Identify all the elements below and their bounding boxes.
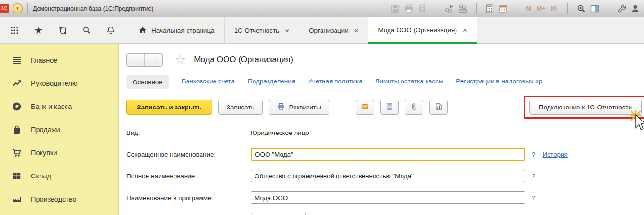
sidebar-item-manager[interactable]: Руководителю bbox=[0, 72, 118, 95]
save-icon[interactable] bbox=[390, 3, 401, 13]
main-menu-dropdown-button[interactable]: ▼ bbox=[13, 3, 23, 13]
favorite-star-icon[interactable]: ☆ bbox=[174, 54, 186, 67]
sidebar-item-label: Банк и касса bbox=[31, 103, 72, 110]
app-logo-1c: 1С bbox=[0, 4, 9, 13]
memory-m-button[interactable]: M bbox=[525, 5, 533, 12]
report-file-icon bbox=[435, 103, 443, 112]
save-and-close-button[interactable]: Записать и закрыть bbox=[126, 100, 212, 115]
mouse-cursor-click bbox=[628, 110, 644, 134]
reports-file-button[interactable] bbox=[429, 100, 448, 115]
app-name-label: Наименование в программе: bbox=[126, 194, 251, 202]
history-nav-buttons: ← → bbox=[126, 53, 163, 67]
form-nav-links: Основное Банковские счета Подразделения … bbox=[126, 75, 644, 89]
nav-link-cash-limits[interactable]: Лимиты остатка кассы bbox=[375, 78, 443, 86]
window-title: Демонстрационная база (1С:Предприятие) bbox=[33, 5, 154, 12]
tab-organizations[interactable]: Организации × bbox=[299, 17, 368, 43]
sidebar-item-label: Склад bbox=[31, 172, 51, 180]
connect-1c-reporting-button[interactable]: Подключение к 1С-Отчетности bbox=[529, 100, 642, 115]
svg-text:₽: ₽ bbox=[15, 104, 19, 109]
print-icon[interactable] bbox=[404, 3, 414, 13]
forward-button[interactable]: → bbox=[145, 54, 162, 66]
send-email-button[interactable] bbox=[356, 100, 374, 115]
tab-label: 1С-Отчетность bbox=[234, 27, 280, 34]
next-field-truncated-input[interactable] bbox=[251, 213, 306, 215]
all-functions-grid-icon[interactable] bbox=[10, 26, 19, 35]
window-titlebar: 1С ▼ Демонстрационная база (1С:Предприят… bbox=[0, 0, 644, 17]
sidebar-item-production[interactable]: Производство bbox=[0, 188, 118, 211]
sidebar-item-main[interactable]: Главное bbox=[0, 49, 118, 72]
nav-link-bank-accounts[interactable]: Банковские счета bbox=[182, 78, 235, 86]
menu-icon bbox=[12, 55, 22, 66]
favorites-star-icon[interactable]: ★ bbox=[34, 26, 43, 35]
full-name-label: Полное наименование: bbox=[126, 173, 251, 180]
print-preview-icon[interactable] bbox=[417, 3, 428, 13]
attachments-button[interactable] bbox=[405, 100, 423, 115]
notifications-bell-icon[interactable] bbox=[106, 26, 116, 35]
sidebar-item-label: Производство bbox=[31, 195, 77, 203]
tab-label: Организации bbox=[309, 27, 349, 34]
go-to-link-icon[interactable] bbox=[458, 3, 468, 13]
nav-link-tax-registrations[interactable]: Регистрации в налоговых ор bbox=[456, 78, 542, 86]
help-icon[interactable]: ? bbox=[532, 151, 536, 158]
calculator-icon[interactable] bbox=[485, 3, 495, 13]
sidebar-item-label: Продажи bbox=[31, 126, 60, 134]
short-name-input[interactable] bbox=[251, 148, 525, 161]
tutorial-highlight-box: Подключение к 1С-Отчетности bbox=[524, 96, 644, 119]
paperclip-icon bbox=[410, 103, 418, 112]
requisites-button[interactable]: Реквизиты bbox=[269, 100, 329, 115]
settings-wrench-icon[interactable] bbox=[617, 3, 627, 13]
requisites-label: Реквизиты bbox=[289, 104, 321, 111]
back-button[interactable]: ← bbox=[127, 54, 145, 66]
page-title: Мода ООО (Организация) bbox=[194, 55, 293, 65]
svg-text:31: 31 bbox=[501, 7, 505, 12]
memory-m-plus-button[interactable]: M+ bbox=[536, 5, 546, 12]
close-icon[interactable]: × bbox=[463, 26, 467, 34]
divider bbox=[567, 3, 568, 14]
help-icon[interactable]: ? bbox=[532, 194, 536, 202]
command-bar: Записать и закрыть Записать Реквизиты bbox=[126, 98, 644, 116]
tab-1c-reporting[interactable]: 1С-Отчетность × bbox=[225, 17, 299, 43]
full-name-input[interactable] bbox=[251, 170, 525, 182]
document-list-button[interactable] bbox=[380, 100, 399, 115]
nav-link-main[interactable]: Основное bbox=[126, 75, 169, 89]
history-link[interactable]: История bbox=[543, 151, 568, 158]
sidebar-item-bank-cash[interactable]: ₽ Банк и касса bbox=[0, 95, 118, 118]
striped-document-icon bbox=[386, 103, 393, 112]
kind-value: Юридическое лицо bbox=[251, 129, 309, 136]
sections-sidebar: Главное Руководителю ₽ Банк и касса Прод… bbox=[0, 44, 119, 215]
trend-chart-icon bbox=[12, 78, 22, 89]
memory-m-minus-button[interactable]: M- bbox=[550, 5, 559, 12]
form-area: ← → ☆ Мода ООО (Организация) Основное Ба… bbox=[119, 44, 644, 215]
divider bbox=[608, 3, 608, 14]
save-button[interactable]: Записать bbox=[218, 100, 263, 115]
nav-link-departments[interactable]: Подразделения bbox=[248, 78, 295, 86]
calendar-icon[interactable]: 31 bbox=[498, 3, 509, 13]
kind-label: Вид: bbox=[126, 129, 251, 136]
nav-link-accounting-policy[interactable]: Учетная политика bbox=[308, 78, 362, 86]
ruble-coin-icon: ₽ bbox=[12, 101, 22, 112]
sidebar-item-label: Руководителю bbox=[31, 80, 78, 87]
get-link-icon[interactable] bbox=[444, 3, 455, 13]
tab-home[interactable]: Начальная страница bbox=[129, 17, 225, 43]
sidebar-item-warehouse[interactable]: Склад bbox=[0, 164, 118, 188]
user-icon[interactable] bbox=[630, 3, 640, 13]
sidebar-item-sales[interactable]: Продажи bbox=[0, 118, 118, 141]
tab-bar: ★ Начальная страница 1С-Отчетность × Орг… bbox=[0, 17, 644, 44]
divider bbox=[476, 3, 477, 14]
zoom-in-icon[interactable] bbox=[576, 3, 586, 13]
close-icon[interactable]: × bbox=[354, 27, 359, 35]
app-name-input[interactable] bbox=[251, 191, 525, 204]
boxes-grid-icon bbox=[12, 171, 22, 181]
sidebar-item-purchases[interactable]: Покупки bbox=[0, 141, 118, 164]
printer-icon bbox=[277, 103, 285, 112]
close-icon[interactable]: × bbox=[285, 27, 289, 35]
divider bbox=[27, 3, 28, 14]
search-icon[interactable] bbox=[82, 26, 92, 35]
help-icon[interactable]: ? bbox=[532, 173, 536, 180]
sidebar-item-label: Покупки bbox=[31, 149, 57, 157]
tab-moda-organization[interactable]: Мода ООО (Организация) × bbox=[368, 17, 477, 44]
envelope-icon bbox=[361, 103, 369, 112]
tab-label: Мода ООО (Организация) bbox=[378, 27, 456, 34]
split-window-icon[interactable] bbox=[590, 3, 600, 13]
history-icon[interactable] bbox=[58, 26, 67, 35]
